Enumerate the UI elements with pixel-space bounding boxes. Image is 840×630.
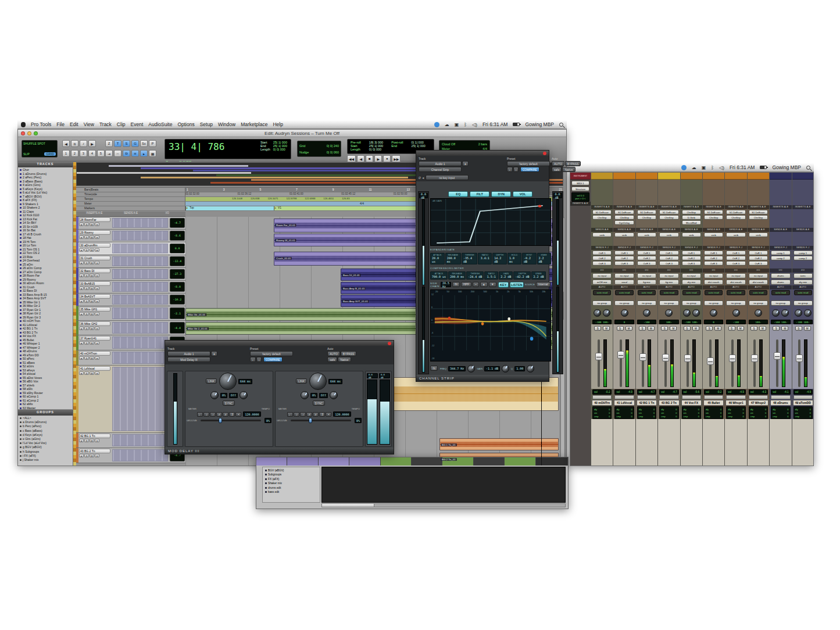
track-volume-readout[interactable]: -2.1 (170, 307, 185, 319)
insert-button[interactable]: ChnStrp (659, 215, 678, 220)
gain-knob[interactable] (502, 365, 509, 373)
mute-button[interactable]: M (692, 326, 699, 331)
fader-cap[interactable] (707, 357, 714, 365)
track-selector[interactable]: Audio 1 (419, 161, 462, 166)
track-name-button[interactable]: 34 BsASVT (79, 294, 110, 299)
auto-button[interactable]: AUTO (552, 161, 564, 166)
instrument-plugin-button[interactable]: Structure (571, 187, 589, 191)
volume-fader[interactable] (687, 339, 689, 387)
input-selector[interactable]: no input (682, 273, 701, 278)
dynamics-graph[interactable]: dB GAIN (430, 198, 551, 246)
lpf-knob[interactable] (240, 391, 248, 399)
track-header-row[interactable]: 30 aDrumRm ● S M ▾ 0.0 (76, 242, 185, 255)
input-selector[interactable]: no input (704, 273, 723, 278)
playlist-button[interactable]: ▾ (95, 312, 99, 316)
mute-button[interactable]: M (90, 356, 94, 360)
track-header-row[interactable]: 28 RoomFar ● S M ▾ -4.7 (76, 217, 185, 230)
track-letter[interactable]: a (462, 161, 469, 166)
pan-knob-left[interactable] (710, 309, 717, 317)
edit-tool-button[interactable]: S (123, 140, 130, 147)
output-selector[interactable]: dist vocals (704, 280, 723, 285)
pan-readout[interactable]: ‹100 (726, 320, 745, 324)
preset-selector[interactable]: factory default (507, 161, 550, 166)
fader-cap[interactable] (617, 351, 624, 359)
output-selector[interactable]: dist vocals (726, 280, 745, 285)
mode-slip[interactable]: SLIP (23, 152, 30, 156)
mute-button[interactable]: M (90, 274, 94, 277)
volume-fader[interactable] (776, 339, 778, 387)
group-selector[interactable]: no group (614, 300, 634, 306)
dynamics-value-cell[interactable]: DEPTH-42.2 dB (513, 271, 531, 280)
instrument-mini-lcd[interactable]: vol 0.0pan > 0 < (571, 192, 589, 202)
volume-readout[interactable]: vol-4.7 (659, 389, 678, 395)
record-arm-button[interactable]: ● (79, 371, 84, 375)
send-button[interactable]: OvR 1 (749, 250, 768, 255)
track-header-row[interactable]: 31 Crush ● S M ▾ -13.4 (76, 255, 185, 268)
menu-item[interactable]: AudioSuite (148, 121, 172, 127)
mute-button[interactable]: M (90, 299, 94, 303)
session-status-label[interactable]: Cloud Off (442, 142, 455, 146)
eq-in-button[interactable]: IN (430, 366, 438, 371)
eq-graph[interactable]: 20501002005001k2k5k10k20k 1260-6-12-18 (430, 289, 551, 361)
bypass-button[interactable]: BYPASS (565, 161, 581, 166)
zoom-in-button[interactable]: ▶ (88, 140, 96, 147)
clip-block[interactable] (536, 457, 568, 466)
send-button[interactable]: OvR 3 (614, 261, 634, 266)
send-button[interactable]: verb (614, 232, 634, 237)
out-right-readout[interactable]: 0.0 dB (379, 373, 390, 378)
solo-button[interactable]: S (84, 439, 89, 442)
send-button[interactable]: verb (749, 232, 768, 237)
feedback-knob[interactable] (210, 391, 219, 399)
insert-button[interactable]: ChnStrp (726, 215, 745, 220)
note-button[interactable]: 3 (229, 412, 235, 417)
mute-button[interactable]: M (90, 312, 94, 316)
bottom-group-item[interactable]: bass edit (265, 490, 320, 494)
menu-user[interactable]: Gowing MBP (772, 164, 801, 170)
inserts-sends-cells[interactable] (112, 282, 168, 292)
group-list-item[interactable]: j Shaker mix (20, 458, 73, 462)
insert-button[interactable]: ChnStrp (749, 215, 768, 220)
clip-block[interactable] (256, 457, 287, 466)
volume-readout[interactable]: vol-4.3 (749, 389, 768, 395)
dynamics-value-cell[interactable]: ATTACK700.0 us (430, 271, 448, 280)
zoom-midi-button[interactable]: ♪ (80, 140, 87, 147)
track-header-row[interactable]: 33 BsAB15 ● S M ▾ -8.0 (76, 281, 185, 293)
solo-button[interactable]: S (728, 326, 735, 331)
track-header-row[interactable]: 32 Bass DI ● S M ▾ -27.3 (76, 268, 185, 281)
group-list-item[interactable]: d Keys (aKeys) (20, 433, 73, 437)
menu-item[interactable]: Track (99, 121, 112, 127)
output-path-button[interactable] (659, 395, 678, 399)
output-selector[interactable]: dry mix (682, 280, 701, 285)
feedback-readout[interactable]: 0% (310, 393, 317, 398)
pan-knob-left[interactable] (772, 309, 780, 317)
display-icon[interactable]: ▣ (702, 165, 706, 170)
group-selector[interactable]: no group (592, 300, 612, 306)
send-button[interactable]: OvR 1 (726, 250, 745, 255)
output-path-button[interactable] (704, 395, 723, 399)
zoom-preset-button[interactable]: 5 (97, 150, 105, 157)
pan-knob-left[interactable] (594, 309, 601, 317)
q-knob[interactable] (527, 365, 534, 373)
compare-button[interactable]: COMPARE (263, 357, 283, 362)
output-path-button[interactable] (749, 395, 768, 399)
output-path-button[interactable] (592, 395, 612, 399)
volume-fader[interactable] (709, 339, 712, 387)
dynamics-value-cell[interactable]: KNEE2.2 dB (531, 271, 545, 280)
group-list-item[interactable]: i FX (aFX) (20, 454, 73, 458)
fader-cap[interactable] (729, 355, 736, 362)
pan-readout[interactable]: 100› (749, 320, 768, 324)
record-arm-button[interactable]: ● (79, 274, 84, 277)
lpf-readout[interactable]: Off (319, 393, 328, 398)
track-name-button[interactable]: 33 BsAB15 (79, 281, 110, 286)
pan-knob-left[interactable] (755, 309, 762, 317)
output-selector[interactable]: mOH mix (592, 280, 612, 285)
pan-readout[interactable]: 0 (614, 320, 634, 324)
output-selector[interactable]: bg mix (659, 280, 678, 285)
output-selector[interactable]: vocal (614, 280, 634, 285)
dynamics-value-cell[interactable]: RELEASE200.0 ms (445, 253, 461, 264)
input-selector[interactable]: drums (771, 273, 790, 278)
send-button[interactable]: OvR 3 (726, 261, 745, 266)
pan-knob-left[interactable] (795, 309, 802, 317)
sends-column-header[interactable]: SENDS A-E (113, 212, 149, 216)
track-name-button[interactable]: 35 Mike GH1 (79, 307, 110, 312)
